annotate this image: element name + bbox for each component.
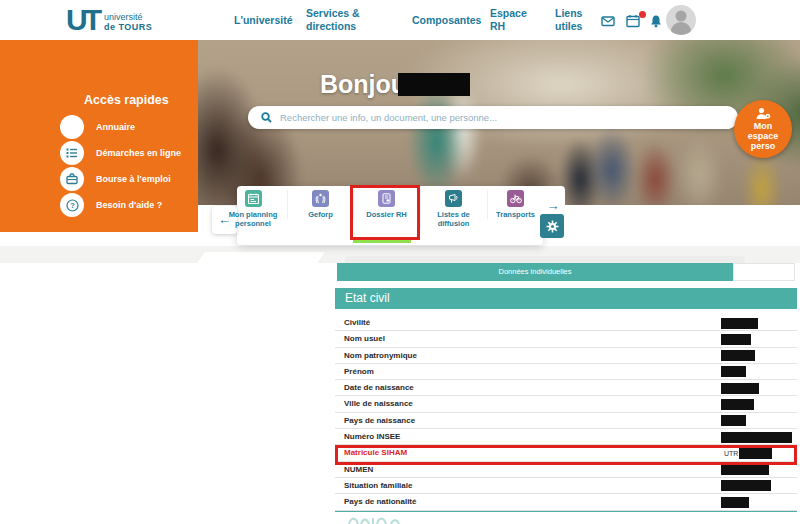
table-row-nom-usuel: Nom usuel — [335, 331, 797, 347]
arrow-right-icon: → — [547, 198, 560, 213]
redacted-value — [721, 497, 749, 508]
table-row-matricule-siham: Matricule SIHAM UTR — [335, 445, 797, 461]
bicycle-icon — [507, 190, 524, 207]
tab-donnees-individuelles[interactable]: Données individuelles — [337, 263, 733, 281]
redacted-value — [721, 464, 769, 475]
redacted-value — [721, 399, 754, 410]
nav-item-liens-utiles[interactable]: Liens utiles — [555, 7, 597, 33]
redacted-value — [721, 432, 792, 443]
redacted-value — [739, 448, 772, 459]
search-input[interactable] — [280, 112, 738, 123]
cutoff-content-below — [347, 515, 407, 524]
logo-mark: UT — [66, 3, 98, 37]
checklist-icon — [60, 141, 84, 165]
redacted-value — [721, 383, 759, 394]
quick-access-item-bourse[interactable]: Bourse à l'emploi — [60, 167, 171, 191]
logo-name-line2: de TOURS — [104, 22, 152, 32]
table-row-date-naissance: Date de naissance — [335, 380, 797, 396]
broadcast-icon — [445, 190, 462, 207]
briefcase-icon — [60, 167, 84, 191]
table-row-numen: NUMEN — [335, 462, 797, 478]
rh-content-area: Données individuelles Etat civil Civilit… — [0, 246, 800, 524]
help-icon: ? — [60, 193, 84, 217]
nav-item-services-directions[interactable]: Services & directions — [306, 7, 368, 33]
top-navbar: UT université de TOURS L'université Serv… — [0, 0, 800, 40]
table-row-pays-naissance: Pays de naissance — [335, 413, 797, 429]
table-row-nom-patronymique: Nom patronymique — [335, 348, 797, 364]
planning-icon — [245, 190, 262, 207]
bell-icon[interactable] — [649, 14, 663, 28]
carousel-card-dossier-rh[interactable]: Dossier RH — [353, 190, 419, 219]
notification-dot — [639, 11, 646, 18]
mail-icon[interactable] — [601, 14, 615, 28]
matricule-visible-prefix: UTR — [724, 450, 738, 457]
quick-access-item-demarches[interactable]: Démarches en ligne — [60, 141, 181, 165]
carousel-card-mon-planning[interactable]: Mon planning personnel — [220, 190, 286, 228]
table-row-situation-familiale: Situation familiale — [335, 478, 797, 494]
quick-access-item-aide[interactable]: ? Besoin d'aide ? — [60, 193, 162, 217]
carousel-next-button[interactable]: → — [543, 198, 563, 214]
contact-book-icon — [60, 115, 84, 139]
greeting-name-redaction — [398, 73, 470, 96]
table-row-civilite: Civilité — [335, 315, 797, 331]
logo-name-line1: université — [104, 12, 152, 22]
redacted-value — [721, 334, 751, 345]
redacted-value — [721, 350, 755, 361]
quick-access-panel: Accès rapides Annuaire Démarches en lign… — [0, 40, 198, 232]
mon-espace-perso-label: Mon espace perso — [734, 121, 792, 151]
redacted-value — [721, 480, 771, 491]
gear-icon — [546, 220, 559, 233]
search-bar[interactable] — [248, 106, 738, 129]
carousel-card-geforp[interactable]: Geforp — [287, 190, 353, 219]
user-avatar[interactable] — [666, 5, 696, 35]
redacted-value — [721, 366, 746, 377]
calendar-icon[interactable] — [626, 14, 640, 28]
hr-file-icon — [378, 190, 395, 207]
person-gear-icon — [755, 107, 771, 120]
mon-espace-perso-button[interactable]: Mon espace perso — [734, 100, 792, 158]
redacted-value — [721, 318, 758, 329]
nav-item-composantes[interactable]: Composantes — [412, 14, 481, 27]
hands-icon — [312, 190, 329, 207]
etat-civil-header: Etat civil — [335, 288, 797, 309]
nav-item-espace-rh[interactable]: Espace RH — [490, 7, 538, 33]
redacted-value — [721, 415, 746, 426]
etat-civil-table: Civilité Nom usuel Nom patronymique Prén… — [335, 309, 797, 512]
carousel-card-transports[interactable]: Transports — [487, 190, 543, 219]
dossier-rh-green-underline — [353, 240, 411, 243]
table-row-ville-naissance: Ville de naissance — [335, 396, 797, 412]
carousel-card-listes-diffusion[interactable]: Listes de diffusion — [420, 190, 486, 228]
table-row-prenom: Prénom — [335, 364, 797, 380]
nav-item-universite[interactable]: L'université — [234, 14, 293, 27]
table-row-pays-nationalite: Pays de nationalité — [335, 494, 797, 510]
carousel-settings-button[interactable] — [540, 214, 564, 238]
quick-access-title: Accès rapides — [84, 93, 169, 107]
search-icon — [261, 112, 272, 123]
page: UT université de TOURS L'université Serv… — [0, 0, 800, 524]
svg-text:?: ? — [70, 201, 75, 210]
table-row-numero-insee: Numéro INSEE — [335, 429, 797, 445]
university-logo[interactable]: UT université de TOURS — [66, 3, 152, 37]
quick-access-item-annuaire[interactable]: Annuaire — [60, 115, 135, 139]
tab-inactive[interactable] — [733, 263, 795, 281]
